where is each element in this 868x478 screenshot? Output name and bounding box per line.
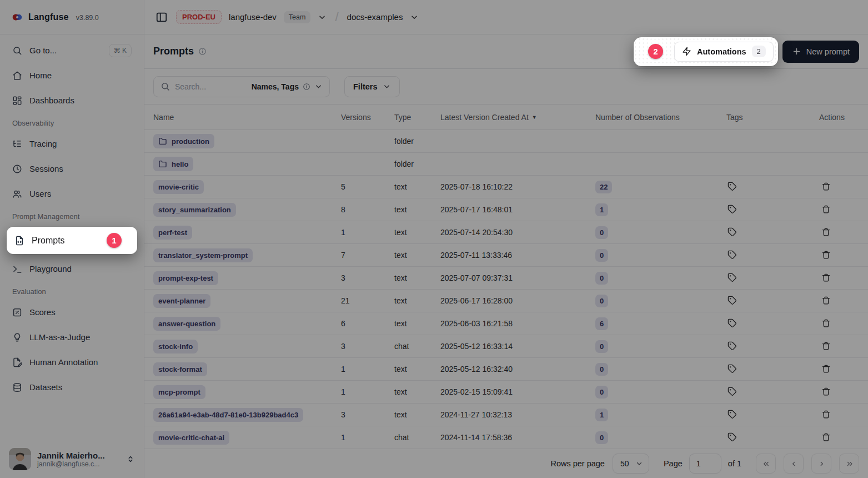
last-page-button[interactable] xyxy=(839,454,859,474)
page-number-input[interactable] xyxy=(689,454,721,474)
first-page-button[interactable] xyxy=(756,454,776,474)
prompt-name-badge[interactable]: movie-critic xyxy=(153,180,204,194)
table-row[interactable]: movie-critic5text2025-07-18 16:10:2222 xyxy=(144,176,868,198)
sidebar-item-go-to[interactable]: Go to... ⌘ K xyxy=(7,41,137,59)
delete-prompt-button[interactable] xyxy=(820,431,832,443)
rows-per-page-select[interactable]: 50 xyxy=(613,454,649,474)
delete-prompt-button[interactable] xyxy=(820,203,832,215)
name-cell: story_summarization xyxy=(153,203,341,217)
sidebar-toggle-button[interactable] xyxy=(154,10,169,24)
sidebar-item-dashboards[interactable]: Dashboards xyxy=(7,91,137,109)
prompt-name-badge[interactable]: stock-format xyxy=(153,362,207,376)
table-row[interactable]: perf-test1text2025-07-14 20:54:300 xyxy=(144,221,868,244)
environment-badge[interactable]: PROD-EU xyxy=(176,10,222,24)
delete-prompt-button[interactable] xyxy=(820,363,832,375)
delete-prompt-button[interactable] xyxy=(820,317,832,329)
delete-prompt-button[interactable] xyxy=(820,295,832,306)
sidebar-item-tracing[interactable]: Tracing xyxy=(7,135,137,153)
folder-name-badge[interactable]: production xyxy=(153,134,214,148)
sidebar-item-datasets[interactable]: Datasets xyxy=(7,378,137,396)
sidebar-item-label: LLM-as-a-Judge xyxy=(29,332,90,342)
folder-name-badge[interactable]: hello xyxy=(153,157,193,171)
delete-prompt-button[interactable] xyxy=(820,340,832,352)
sidebar-item-llm-judge[interactable]: LLM-as-a-Judge xyxy=(7,328,137,346)
table-row[interactable]: 26a61a94-e3ab-48d7-81e0-13b929bad4c33tex… xyxy=(144,404,868,426)
sidebar-item-scores[interactable]: Scores xyxy=(7,303,137,321)
column-header-name[interactable]: Name xyxy=(153,113,341,122)
tags-cell xyxy=(726,431,819,444)
info-icon[interactable] xyxy=(198,47,207,56)
org-name[interactable]: langfuse-dev xyxy=(229,12,277,22)
prompt-name-badge[interactable]: story_summarization xyxy=(153,203,236,217)
sidebar-item-users[interactable]: Users xyxy=(7,185,137,203)
table-row[interactable]: prompt-exp-test3text2025-07-07 09:37:310 xyxy=(144,267,868,290)
table-row[interactable]: stock-info3chat2025-05-12 16:33:140 xyxy=(144,335,868,358)
table-row[interactable]: event-planner21text2025-06-17 16:28:000 xyxy=(144,290,868,312)
delete-prompt-button[interactable] xyxy=(820,181,832,192)
type-cell: text xyxy=(394,296,440,305)
column-header-observations[interactable]: Number of Observations xyxy=(595,113,726,122)
table-row[interactable]: movie-critic-chat-ai1chat2024-11-14 17:5… xyxy=(144,426,868,449)
prompt-name-badge[interactable]: translator_system-prompt xyxy=(153,248,253,262)
delete-prompt-button[interactable] xyxy=(820,409,832,420)
next-page-button[interactable] xyxy=(811,454,831,474)
column-header-type[interactable]: Type xyxy=(394,113,440,122)
project-name[interactable]: docs-examples xyxy=(347,12,403,22)
prompt-name-badge[interactable]: mcp-prompt xyxy=(153,385,205,399)
tag-icon[interactable] xyxy=(726,340,738,352)
tag-icon[interactable] xyxy=(726,295,738,306)
sidebar-item-human-annotation[interactable]: Human Annotation xyxy=(7,353,137,371)
table-row[interactable]: answer-question6text2025-06-03 16:21:586 xyxy=(144,312,868,335)
user-account-menu[interactable]: Jannik Maierho... jannik@langfuse.c... xyxy=(0,442,144,478)
prompt-name-badge[interactable]: answer-question xyxy=(153,317,220,331)
table-row[interactable]: mcp-prompt1text2025-02-15 15:09:410 xyxy=(144,381,868,404)
tag-icon[interactable] xyxy=(726,431,738,443)
column-header-tags[interactable]: Tags xyxy=(726,113,819,122)
type-cell: text xyxy=(394,182,440,191)
table-row[interactable]: story_summarization8text2025-07-17 16:48… xyxy=(144,198,868,221)
filters-button[interactable]: Filters xyxy=(344,76,400,97)
tag-icon[interactable] xyxy=(726,226,738,238)
prompt-name-badge[interactable]: prompt-exp-test xyxy=(153,271,218,285)
tag-icon[interactable] xyxy=(726,249,738,261)
delete-prompt-button[interactable] xyxy=(820,226,832,238)
column-header-versions[interactable]: Versions xyxy=(341,113,394,122)
sidebar-item-playground[interactable]: Playground xyxy=(7,260,137,278)
delete-prompt-button[interactable] xyxy=(820,386,832,397)
search-scope-selector[interactable]: Names, Tags xyxy=(252,82,323,91)
tag-icon[interactable] xyxy=(726,203,738,215)
actions-cell xyxy=(819,295,859,307)
table-row[interactable]: hellofolder xyxy=(144,153,868,176)
prompt-name-badge[interactable]: stock-info xyxy=(153,340,198,353)
table-row[interactable]: stock-format1text2025-05-12 16:32:400 xyxy=(144,358,868,381)
prompt-name-badge[interactable]: movie-critic-chat-ai xyxy=(153,431,229,445)
tag-icon[interactable] xyxy=(726,272,738,283)
observations-cell: 1 xyxy=(595,409,726,421)
new-prompt-button[interactable]: New prompt xyxy=(782,41,859,63)
previous-page-button[interactable] xyxy=(784,454,804,474)
tag-icon[interactable] xyxy=(726,409,738,420)
observations-cell: 0 xyxy=(595,272,726,285)
chevron-down-icon[interactable] xyxy=(410,13,419,22)
sidebar-item-sessions[interactable]: Sessions xyxy=(7,160,137,178)
tag-icon[interactable] xyxy=(726,317,738,329)
search-input[interactable] xyxy=(175,82,247,91)
list-tree-icon xyxy=(12,139,22,149)
tag-icon[interactable] xyxy=(726,363,738,375)
automations-button[interactable]: Automations 2 xyxy=(674,42,774,62)
table-row[interactable]: translator_system-prompt7text2025-07-11 … xyxy=(144,244,868,267)
tag-icon[interactable] xyxy=(726,386,738,397)
table-row[interactable]: productionfolder xyxy=(144,130,868,153)
search-box[interactable]: Names, Tags xyxy=(153,76,330,97)
chevron-down-icon[interactable] xyxy=(318,13,327,22)
tag-icon[interactable] xyxy=(726,181,738,192)
delete-prompt-button[interactable] xyxy=(820,249,832,261)
column-header-latest-version[interactable]: Latest Version Created At▼ xyxy=(440,113,595,122)
prompt-name-badge[interactable]: perf-test xyxy=(153,226,192,240)
delete-prompt-button[interactable] xyxy=(820,272,832,283)
prompt-name-badge[interactable]: event-planner xyxy=(153,294,210,308)
sidebar-item-prompts[interactable]: Prompts 1 xyxy=(7,227,137,254)
prompt-name-badge[interactable]: 26a61a94-e3ab-48d7-81e0-13b929bad4c3 xyxy=(153,408,303,422)
sidebar-item-home[interactable]: Home xyxy=(7,66,137,84)
go-to-label: Go to... xyxy=(29,46,57,55)
